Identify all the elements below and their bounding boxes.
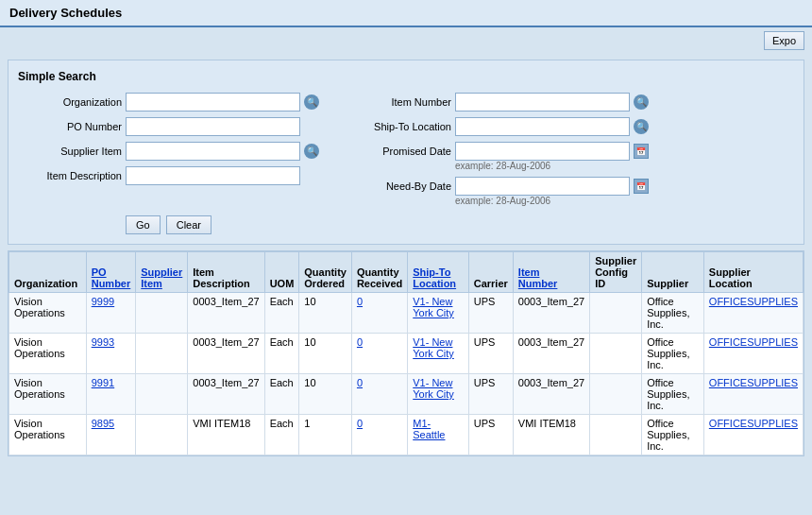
table-cell bbox=[590, 415, 642, 455]
search-panel: Simple Search Organization 🔍 PO Number S… bbox=[8, 60, 804, 245]
table-cell: Vision Operations bbox=[9, 415, 87, 455]
results-table-container: Organization PONumber SupplierItem ItemD… bbox=[8, 250, 804, 456]
table-cell: Each bbox=[264, 293, 299, 334]
promised-date-calendar-icon: 📅 bbox=[634, 144, 649, 159]
page-title: Delivery Schedules bbox=[0, 0, 812, 27]
table-cell[interactable]: OFFICESUPPLIES bbox=[703, 293, 803, 334]
table-cell: Each bbox=[264, 334, 299, 374]
table-cell bbox=[590, 293, 642, 334]
table-row: Vision Operations9895VMI ITEM18Each10M1-… bbox=[9, 415, 804, 455]
ship-to-location-input[interactable] bbox=[455, 117, 630, 136]
supplier-item-input[interactable] bbox=[126, 142, 300, 161]
table-cell: VMI ITEM18 bbox=[513, 415, 589, 455]
table-cell[interactable]: 0 bbox=[351, 293, 407, 334]
table-cell: Office Supplies, Inc. bbox=[642, 415, 704, 455]
table-cell: 0003_Item_27 bbox=[513, 293, 589, 334]
item-number-row: Item Number 🔍 bbox=[347, 93, 649, 112]
supplier-item-search-button[interactable]: 🔍 bbox=[304, 144, 319, 159]
table-cell: 10 bbox=[299, 334, 352, 374]
need-by-date-label: Need-By Date bbox=[347, 180, 451, 192]
table-cell: Each bbox=[264, 415, 299, 455]
table-cell: 0003_Item_27 bbox=[188, 334, 264, 374]
table-cell bbox=[136, 374, 188, 415]
search-left-col: Organization 🔍 PO Number Supplier Item 🔍… bbox=[18, 93, 319, 206]
table-cell[interactable]: 0 bbox=[351, 374, 407, 415]
need-by-date-row: Need-By Date 📅 bbox=[347, 177, 649, 196]
ship-to-location-search-button[interactable]: 🔍 bbox=[634, 119, 649, 134]
search-form: Organization 🔍 PO Number Supplier Item 🔍… bbox=[18, 93, 794, 206]
ship-to-location-row: Ship-To Location 🔍 bbox=[347, 117, 649, 136]
promised-date-example: example: 28-Aug-2006 bbox=[455, 161, 649, 171]
export-button[interactable]: Expo bbox=[764, 31, 804, 50]
search-panel-title: Simple Search bbox=[18, 70, 794, 83]
po-number-label: PO Number bbox=[18, 121, 122, 132]
table-cell: Each bbox=[264, 374, 299, 415]
table-cell[interactable]: 9999 bbox=[86, 293, 136, 334]
item-description-input[interactable] bbox=[126, 166, 300, 185]
table-cell: 0003_Item_27 bbox=[188, 374, 264, 415]
table-row: Vision Operations99930003_Item_27Each100… bbox=[9, 334, 804, 374]
table-cell[interactable]: V1- New York City bbox=[408, 293, 469, 334]
table-cell: 10 bbox=[299, 293, 352, 334]
item-number-search-button[interactable]: 🔍 bbox=[634, 94, 649, 110]
table-cell: 0003_Item_27 bbox=[513, 374, 589, 415]
supplier-item-row: Supplier Item 🔍 bbox=[18, 142, 319, 161]
col-ship-to-location: Ship-ToLocation bbox=[408, 252, 469, 293]
search-right-col: Item Number 🔍 Ship-To Location 🔍 Promise… bbox=[347, 93, 649, 206]
ship-to-location-label: Ship-To Location bbox=[347, 121, 451, 132]
table-cell: Office Supplies, Inc. bbox=[642, 374, 704, 415]
col-supplier-item: SupplierItem bbox=[136, 252, 188, 293]
table-cell bbox=[136, 415, 188, 455]
table-row: Vision Operations99990003_Item_27Each100… bbox=[9, 293, 804, 334]
table-cell: UPS bbox=[468, 334, 513, 374]
po-number-input[interactable] bbox=[126, 117, 300, 136]
ship-to-location-search-icon: 🔍 bbox=[634, 119, 649, 134]
organization-input[interactable] bbox=[126, 93, 300, 112]
organization-row: Organization 🔍 bbox=[18, 93, 319, 112]
po-number-row: PO Number bbox=[18, 117, 319, 136]
table-cell[interactable]: 9895 bbox=[86, 415, 136, 455]
table-cell: Vision Operations bbox=[9, 334, 87, 374]
table-cell[interactable]: 9991 bbox=[86, 374, 136, 415]
table-cell[interactable]: 0 bbox=[351, 334, 407, 374]
table-cell[interactable]: OFFICESUPPLIES bbox=[703, 334, 803, 374]
need-by-date-calendar-button[interactable]: 📅 bbox=[634, 179, 649, 194]
item-description-row: Item Description bbox=[18, 166, 319, 185]
col-item-number: ItemNumber bbox=[513, 252, 589, 293]
table-row: Vision Operations99910003_Item_27Each100… bbox=[9, 374, 804, 415]
organization-label: Organization bbox=[18, 96, 122, 108]
promised-date-input[interactable] bbox=[455, 142, 630, 161]
table-cell[interactable]: 0 bbox=[351, 415, 407, 455]
col-organization: Organization bbox=[9, 252, 87, 293]
table-cell: Vision Operations bbox=[9, 374, 87, 415]
table-cell: UPS bbox=[468, 293, 513, 334]
table-cell bbox=[590, 374, 642, 415]
clear-button[interactable]: Clear bbox=[166, 215, 211, 234]
table-cell[interactable]: M1- Seattle bbox=[408, 415, 469, 455]
table-header-row: Organization PONumber SupplierItem ItemD… bbox=[9, 252, 804, 293]
table-cell: 0003_Item_27 bbox=[188, 293, 264, 334]
results-table: Organization PONumber SupplierItem ItemD… bbox=[8, 251, 804, 455]
need-by-date-group: Need-By Date 📅 example: 28-Aug-2006 bbox=[347, 177, 649, 206]
table-cell[interactable]: V1- New York City bbox=[408, 334, 469, 374]
table-cell[interactable]: OFFICESUPPLIES bbox=[703, 374, 803, 415]
need-by-date-input[interactable] bbox=[455, 177, 630, 196]
table-cell[interactable]: OFFICESUPPLIES bbox=[703, 415, 803, 455]
item-number-label: Item Number bbox=[347, 96, 451, 108]
item-number-input[interactable] bbox=[455, 93, 630, 112]
table-cell: VMI ITEM18 bbox=[188, 415, 264, 455]
go-button[interactable]: Go bbox=[126, 215, 161, 234]
col-quantity-ordered: QuantityOrdered bbox=[299, 252, 352, 293]
col-supplier-location: SupplierLocation bbox=[703, 252, 803, 293]
table-cell: 10 bbox=[299, 374, 352, 415]
need-by-date-example: example: 28-Aug-2006 bbox=[455, 196, 649, 206]
promised-date-calendar-button[interactable]: 📅 bbox=[634, 144, 649, 159]
organization-search-button[interactable]: 🔍 bbox=[304, 94, 319, 110]
item-description-label: Item Description bbox=[18, 170, 122, 181]
table-cell[interactable]: 9993 bbox=[86, 334, 136, 374]
supplier-item-label: Supplier Item bbox=[18, 146, 122, 157]
col-carrier: Carrier bbox=[468, 252, 513, 293]
table-cell bbox=[136, 334, 188, 374]
table-cell[interactable]: V1- New York City bbox=[408, 374, 469, 415]
promised-date-label: Promised Date bbox=[347, 146, 451, 157]
